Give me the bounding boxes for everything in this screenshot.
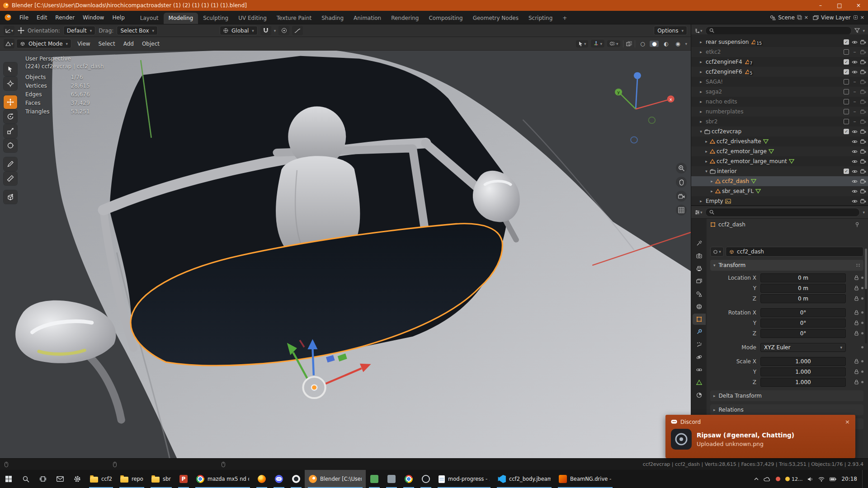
taskbar-button-powerpoint[interactable]: P	[175, 470, 192, 488]
field-scale-x-input[interactable]: 1.000	[760, 357, 846, 366]
checkbox[interactable]: ✓	[844, 129, 849, 134]
new-layer-icon[interactable]	[853, 15, 858, 20]
workspace-tab-texture-paint[interactable]: Texture Paint	[272, 13, 316, 24]
hide-viewport-icon[interactable]	[852, 150, 858, 154]
expand-right-icon[interactable]: ▸	[698, 60, 704, 64]
taskbar-button-search[interactable]	[17, 470, 34, 488]
expand-right-icon[interactable]: ▸	[698, 99, 704, 104]
hide-viewport-icon[interactable]	[852, 130, 858, 134]
panel-grip-icon[interactable]	[856, 263, 860, 267]
hide-viewport-icon[interactable]	[852, 60, 858, 64]
disable-render-icon[interactable]	[860, 189, 866, 193]
scene-selector[interactable]: Scene ×	[770, 14, 808, 21]
hide-viewport-icon[interactable]	[852, 199, 858, 203]
network-icon[interactable]	[818, 477, 825, 482]
expand-right-icon[interactable]: ▸	[698, 89, 704, 94]
clock[interactable]: 20:18	[841, 476, 857, 482]
unlink-scene-icon[interactable]: ×	[804, 14, 808, 20]
disable-render-icon[interactable]	[860, 50, 866, 54]
expand-right-icon[interactable]: ▸	[708, 189, 715, 193]
menu-render[interactable]: Render	[51, 11, 79, 24]
taskbar-button-obs[interactable]	[417, 470, 434, 488]
tray-app-icon[interactable]	[776, 477, 780, 481]
checkbox[interactable]	[844, 49, 849, 55]
outliner-row-sbr2[interactable]: ▸sbr2–	[691, 117, 868, 127]
disable-render-icon[interactable]	[860, 139, 866, 144]
workspace-tab-animation[interactable]: Animation	[349, 13, 386, 24]
disable-render-icon[interactable]	[860, 60, 866, 64]
checkbox[interactable]	[844, 79, 849, 84]
tool-annotate[interactable]	[4, 157, 17, 171]
viewport-editor-icon[interactable]: ▾	[4, 39, 14, 48]
outliner-row-ccf2evcrap[interactable]: ▾ccf2evcrap✓	[691, 127, 868, 136]
disable-render-icon[interactable]	[860, 70, 866, 74]
disable-render-icon[interactable]	[860, 149, 866, 154]
disable-render-icon[interactable]	[860, 89, 866, 94]
workspace-tab-[interactable]: +	[557, 13, 572, 24]
battery-icon[interactable]	[830, 477, 836, 481]
remove-layer-icon[interactable]: ×	[860, 14, 864, 20]
taskbar-button-firefox[interactable]	[253, 470, 270, 488]
minimize-button[interactable]: –	[811, 0, 830, 11]
keyframe-dot[interactable]	[861, 287, 863, 289]
hide-viewport-icon[interactable]	[852, 169, 858, 174]
menu-file[interactable]: File	[15, 11, 33, 24]
expand-right-icon[interactable]: ▸	[703, 159, 710, 164]
disable-render-icon[interactable]	[860, 119, 866, 124]
keyframe-dot[interactable]	[861, 297, 863, 300]
keyframe-dot[interactable]	[861, 381, 863, 383]
outliner-row-empty[interactable]: ▸Empty	[691, 196, 868, 205]
disable-render-icon[interactable]	[860, 80, 866, 84]
workspace-tab-sculpting[interactable]: Sculpting	[198, 13, 233, 24]
panel-delta-transform[interactable]: ▸Delta Transform	[710, 390, 863, 401]
tool-transform[interactable]	[4, 139, 17, 152]
tool-scale[interactable]	[4, 124, 17, 138]
expand-right-icon[interactable]: ▸	[698, 70, 704, 74]
properties-tab-world[interactable]	[693, 301, 706, 312]
checkbox[interactable]: ✓	[844, 39, 849, 45]
proportional-editing-icon[interactable]	[278, 26, 289, 35]
viewport-canvas[interactable]: y x User Perspective (224) ccf2evcrap | …	[0, 51, 691, 458]
view-layer-selector[interactable]: View Layer ×	[813, 14, 864, 21]
workspace-tab-shading[interactable]: Shading	[316, 13, 349, 24]
workspace-tab-uv-editing[interactable]: UV Editing	[233, 13, 272, 24]
disable-render-icon[interactable]	[860, 40, 866, 44]
shading-solid-icon[interactable]: ●	[650, 41, 659, 47]
tool-cursor[interactable]	[4, 77, 17, 90]
expand-right-icon[interactable]: ▸	[703, 139, 710, 144]
shading-rendered-icon[interactable]: ◉	[673, 41, 682, 47]
orthographic-grid-icon[interactable]	[676, 205, 687, 216]
field-location-x-input[interactable]: 0 m	[760, 273, 846, 282]
keyframe-dot[interactable]	[861, 311, 863, 314]
overlays-dropdown[interactable]: ▾	[607, 40, 621, 47]
properties-search-input[interactable]	[705, 208, 860, 217]
disable-render-icon[interactable]	[860, 179, 866, 183]
properties-tab-scene[interactable]	[693, 288, 706, 300]
volume-icon[interactable]	[807, 477, 813, 482]
taskbar-button-app-gray[interactable]	[383, 470, 400, 488]
field-z-input[interactable]: 0°	[760, 329, 846, 338]
outliner-row-ccf2-driveshafte[interactable]: ▸ccf2_driveshafte	[691, 136, 868, 146]
outliner-row-ccf2-emotor-large[interactable]: ▸ccf2_emotor_large	[691, 146, 868, 156]
zoom-icon[interactable]	[676, 163, 687, 174]
tool-rotate[interactable]	[4, 110, 17, 123]
outliner-row-ccf2-emotor-large-mount[interactable]: ▸ccf2_emotor_large_mount	[691, 156, 868, 166]
transform-orientation-dropdown[interactable]: Global▾	[220, 26, 258, 35]
notification-close-icon[interactable]: ×	[845, 418, 850, 425]
taskbar-button-taskview[interactable]	[34, 470, 52, 488]
tool-move[interactable]	[4, 95, 17, 109]
checkbox[interactable]: ✓	[844, 69, 849, 75]
expand-down-icon[interactable]: ▾	[698, 129, 704, 134]
gizmos-dropdown[interactable]: ▾	[591, 40, 604, 47]
orientation-dropdown[interactable]: Default▾	[63, 26, 95, 35]
outliner-row-numberplates[interactable]: ▸numberplates–	[691, 107, 868, 117]
properties-tab-tool[interactable]	[693, 238, 706, 249]
keyframe-dot[interactable]	[861, 332, 863, 334]
camera-view-icon[interactable]	[676, 191, 687, 202]
filter-icon[interactable]	[854, 28, 860, 33]
taskbar-button-chrome-mazda-mx5-nd-d[interactable]: mazda mx5 nd d...	[192, 470, 253, 488]
properties-tab-material[interactable]	[693, 389, 706, 401]
snap-magnet-icon[interactable]	[260, 26, 271, 35]
browse-object-button[interactable]: ▾	[710, 247, 724, 257]
outliner-row-interior[interactable]: ▾interior✓	[691, 166, 868, 176]
